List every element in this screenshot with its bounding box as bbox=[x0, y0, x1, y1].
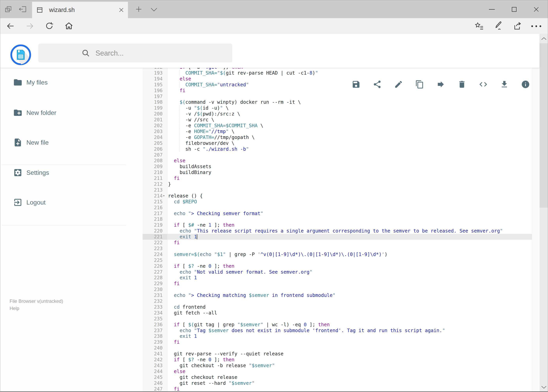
info-button[interactable] bbox=[520, 78, 531, 90]
code-line-201[interactable]: 201 -w //src \ bbox=[143, 117, 532, 123]
editor-scroll-strip[interactable] bbox=[532, 68, 540, 392]
code-line-217[interactable]: 217 echo "> Checking semver format" bbox=[143, 210, 532, 217]
tab-preview-icon[interactable] bbox=[5, 5, 12, 13]
code-line-222[interactable]: 222 fi bbox=[143, 240, 532, 246]
minimize-button[interactable] bbox=[489, 9, 495, 10]
share-button[interactable] bbox=[371, 78, 383, 90]
move-button[interactable] bbox=[435, 78, 447, 90]
code-line-196[interactable]: 196 fi bbox=[143, 88, 532, 94]
code-token: " bbox=[249, 363, 252, 368]
code-line-218[interactable]: 218 bbox=[143, 216, 532, 222]
code-line-236[interactable]: 236 if [ $(git tag | grep "$semver" | wc… bbox=[143, 322, 532, 328]
sidebar-item-settings[interactable]: Settings bbox=[0, 163, 137, 182]
close-tab-icon[interactable] bbox=[118, 7, 124, 13]
scroll-up-icon[interactable] bbox=[541, 37, 547, 40]
code-line-202[interactable]: 202 -e COMMIT_SHA=$COMMIT_SHA \ bbox=[143, 123, 532, 129]
code-line-194[interactable]: 194 else bbox=[143, 76, 532, 82]
back-button[interactable] bbox=[6, 22, 15, 30]
code-line-197[interactable]: 197 bbox=[143, 94, 532, 99]
code-line-204[interactable]: 204 -e GOPATH=//tmp/gopath \ bbox=[143, 134, 532, 140]
code-line-213[interactable]: 213 bbox=[143, 187, 532, 193]
code-line-229[interactable]: 229 fi bbox=[143, 281, 532, 287]
scrollbar-thumb[interactable] bbox=[540, 43, 548, 208]
code-line-221[interactable]: 221 exit 1 bbox=[143, 234, 532, 240]
sidebar-item-new-folder[interactable]: New folder bbox=[0, 103, 137, 123]
forward-button[interactable] bbox=[26, 22, 34, 30]
new-tab-button[interactable] bbox=[135, 6, 142, 13]
home-button[interactable] bbox=[64, 21, 73, 30]
code-line-208[interactable]: 208 else bbox=[143, 158, 532, 164]
code-line-195[interactable]: 195 COMMIT_SHA="untracked" bbox=[143, 82, 532, 88]
code-line-239[interactable]: 239 fi bbox=[143, 339, 532, 345]
code-line-231[interactable]: 231 echo "> Checking matching $semver in… bbox=[143, 292, 532, 298]
close-window-button[interactable] bbox=[534, 7, 539, 12]
code-line-214[interactable]: 214release () { bbox=[143, 193, 532, 199]
code-line-228[interactable]: 228 exit 1 bbox=[143, 275, 532, 281]
code-line-227[interactable]: 227 echo "Not valid semver format. See s… bbox=[143, 269, 532, 275]
code-line-235[interactable]: 235 bbox=[143, 316, 532, 322]
more-options-button[interactable] bbox=[531, 25, 542, 27]
hub-favorites-icon[interactable] bbox=[474, 22, 484, 30]
code-line-211[interactable]: 211 fi bbox=[143, 175, 532, 181]
code-line-210[interactable]: 210 buildBinary bbox=[143, 169, 532, 175]
code-line-233[interactable]: 233 cd frontend bbox=[143, 304, 532, 310]
code-line-224[interactable]: 224 semver=$(echo "$1" | grep -P '^v(0|[… bbox=[143, 252, 532, 257]
set-tabs-aside-icon[interactable] bbox=[19, 5, 27, 13]
scroll-down-icon[interactable] bbox=[541, 386, 547, 389]
maximize-button[interactable] bbox=[512, 7, 517, 12]
code-line-207[interactable]: 207 bbox=[143, 152, 532, 158]
code-line-193[interactable]: 193 COMMIT_SHA="$(git rev-parse HEAD | c… bbox=[143, 70, 532, 76]
share-icon[interactable] bbox=[513, 21, 523, 31]
code-editor[interactable]: 192 if [ -d ".git" ]; then193 COMMIT_SHA… bbox=[143, 68, 532, 392]
code-line-212[interactable]: 212} bbox=[143, 181, 532, 187]
code-line-241[interactable]: 241 git rev-parse --verify --quiet relea… bbox=[143, 351, 532, 357]
code-line-223[interactable]: 223 bbox=[143, 246, 532, 252]
code-line-206[interactable]: 206 sh -c "./wizard.sh -b" bbox=[143, 146, 532, 152]
annotate-pen-icon[interactable] bbox=[494, 21, 503, 31]
save-button[interactable] bbox=[350, 78, 362, 90]
code-line-text: git checkout release bbox=[168, 374, 237, 380]
refresh-button[interactable] bbox=[45, 21, 54, 30]
tab-list-chevron-icon[interactable] bbox=[150, 7, 158, 12]
fold-arrow-icon[interactable] bbox=[163, 193, 165, 199]
code-line-199[interactable]: 199 -u "$(id -u)" \ bbox=[143, 105, 532, 111]
code-line-242[interactable]: 242 if [ $? -ne 0 ]; then bbox=[143, 357, 532, 363]
code-line-209[interactable]: 209 buildAssets bbox=[143, 164, 532, 169]
code-line-232[interactable]: 232 bbox=[143, 298, 532, 304]
code-line-205[interactable]: 205 filebrowser/dev \ bbox=[143, 140, 532, 146]
sidebar-item-my-files[interactable]: My files bbox=[0, 73, 137, 92]
code-line-226[interactable]: 226 if [ $? -ne 0 ]; then bbox=[143, 263, 532, 269]
sidebar-item-new-file[interactable]: New file bbox=[0, 133, 137, 152]
code-line-225[interactable]: 225 bbox=[143, 257, 532, 263]
code-line-200[interactable]: 200 -v /$(pwd):/src:z \ bbox=[143, 111, 532, 117]
copy-button[interactable] bbox=[414, 78, 425, 90]
code-line-203[interactable]: 203 -e HOME="//tmp" \ bbox=[143, 129, 532, 134]
code-token bbox=[168, 386, 174, 392]
code-line-215[interactable]: 215 cd $REPO bbox=[143, 199, 532, 205]
code-line-246[interactable]: 246 git reset --hard "$semver" bbox=[143, 380, 532, 386]
code-line-220[interactable]: 220 echo "This release script requires a… bbox=[143, 228, 532, 234]
code-token: " bbox=[217, 82, 220, 87]
download-button[interactable] bbox=[499, 78, 510, 90]
code-line-247[interactable]: 247 fi bbox=[143, 386, 532, 392]
browser-tab[interactable]: wizard.sh bbox=[32, 2, 128, 18]
edit-button[interactable] bbox=[393, 78, 404, 90]
code-button[interactable] bbox=[477, 78, 489, 90]
code-line-238[interactable]: 238 exit 1 bbox=[143, 333, 532, 339]
delete-button[interactable] bbox=[456, 78, 468, 90]
page-scrollbar[interactable] bbox=[540, 34, 548, 392]
code-line-234[interactable]: 234 git fetch --all bbox=[143, 310, 532, 316]
code-line-198[interactable]: 198 $(command -v winpty) docker run --rm… bbox=[143, 99, 532, 105]
code-line-240[interactable]: 240 bbox=[143, 345, 532, 351]
code-line-237[interactable]: 237 echo "Tag $semver does not exist in … bbox=[143, 328, 532, 334]
code-line-230[interactable]: 230 bbox=[143, 287, 532, 292]
code-line-245[interactable]: 245 git checkout release bbox=[143, 374, 532, 380]
code-line-243[interactable]: 243 git checkout -b release "$semver" bbox=[143, 363, 532, 369]
help-link[interactable]: Help bbox=[10, 306, 19, 311]
code-line-216[interactable]: 216 bbox=[143, 205, 532, 210]
code-line-244[interactable]: 244 else bbox=[143, 369, 532, 374]
code-line-192[interactable]: 192 if [ -d ".git" ]; then bbox=[143, 68, 532, 70]
code-line-219[interactable]: 219 if [ $# -ne 1 ]; then bbox=[143, 222, 532, 228]
search-input[interactable] bbox=[95, 44, 223, 63]
sidebar-item-logout[interactable]: Logout bbox=[0, 193, 137, 212]
